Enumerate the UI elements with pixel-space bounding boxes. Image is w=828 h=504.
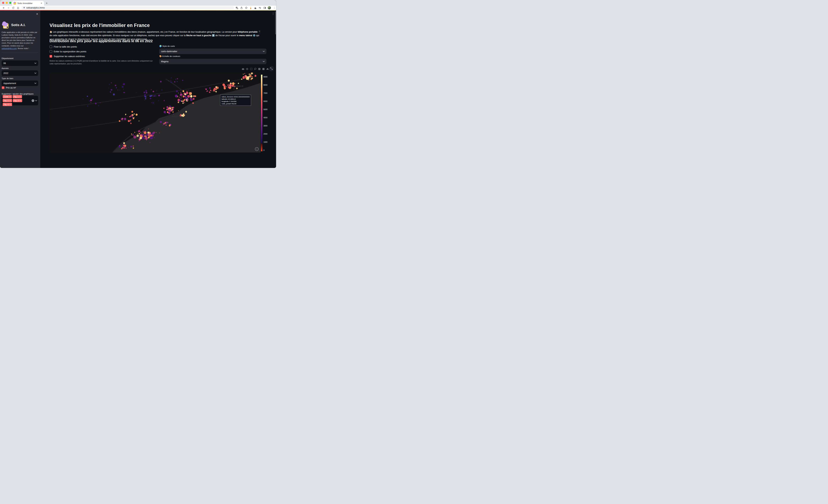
tag-remove-icon[interactable]: ✕ xyxy=(9,96,11,97)
palette-icon: 🎨 xyxy=(159,55,162,57)
type-de-bien-select[interactable]: Appartement xyxy=(2,81,38,86)
scrollbar-thumb[interactable] xyxy=(275,11,276,34)
graph-tag[interactable]: Carte✕ xyxy=(3,95,12,98)
colorbar-tick: 7000 xyxy=(263,92,267,94)
annee-select[interactable]: 2022 xyxy=(2,71,38,76)
annee-label: Aannée xyxy=(2,67,38,70)
media-controls-icon[interactable] xyxy=(258,6,261,9)
echelle-couleurs-select[interactable]: Magma xyxy=(159,59,266,64)
chevron-down-icon xyxy=(34,73,36,74)
scatter-points[interactable] xyxy=(49,73,261,152)
extension-lighthouse-icon[interactable] xyxy=(249,6,252,9)
extensions-puzzle-icon[interactable] xyxy=(254,6,257,9)
colorbar-tick: 4000 xyxy=(263,117,267,119)
bookmark-star-icon[interactable] xyxy=(245,6,248,9)
app-menu-icon[interactable]: ⋮ xyxy=(272,12,275,15)
sidebar-toggle-icon[interactable] xyxy=(263,6,266,9)
info-icon[interactable]: i xyxy=(255,147,259,151)
departement-select[interactable]: 06 xyxy=(2,60,38,66)
forward-icon[interactable] xyxy=(7,6,10,9)
checkbox-icon[interactable]: ✓ xyxy=(2,86,4,89)
fixer-taille-checkbox[interactable]: Fixer la taille des points xyxy=(49,45,77,48)
multiselect-label: Supprimer / ajouter des graphiques xyxy=(2,93,34,95)
note-text: Retirer les valeurs extrêmes (>1.5*IQR) … xyxy=(49,59,156,65)
sidebar-divider xyxy=(2,52,38,53)
sidebar-close-icon[interactable]: ✕ xyxy=(36,12,38,15)
plotly-modebar xyxy=(242,68,273,70)
graph-tag[interactable]: Fig. 2✕ xyxy=(3,99,12,102)
departement-label: Département xyxy=(2,57,38,59)
graphs-multiselect[interactable]: Carte✕Fig. 1✕Fig. 2✕Fig. 3✕Fig. 4✕ ✕ xyxy=(2,96,38,105)
map-tooltip: valeur_fonciere=5333.333333333333latitud… xyxy=(220,95,251,106)
browser-menu-icon[interactable]: ⋮ xyxy=(273,7,276,9)
price-map[interactable]: valeur_fonciere=5333.333333333333latitud… xyxy=(49,73,261,152)
tab-close-icon[interactable]: ✕ xyxy=(40,2,43,4)
colorbar-tick: 6000 xyxy=(263,100,267,102)
style-de-carte-select[interactable]: carto-darkmatter xyxy=(159,49,266,54)
minimize-window-button[interactable] xyxy=(6,2,8,4)
browser-window: Sotis Immobilier ✕ + sotisanalytics.immo… xyxy=(0,0,276,168)
type-de-bien-label: Type de bien xyxy=(2,77,38,80)
page-title: Visualisez les prix de l'immobilier en F… xyxy=(49,23,150,28)
chevron-down-icon xyxy=(34,83,36,84)
echelle-couleurs-label: 🎨 Echelle de couleurs xyxy=(159,55,266,57)
globe-icon: 🌍 xyxy=(159,45,162,47)
zoom-in-icon[interactable] xyxy=(258,68,261,70)
reset-view-icon[interactable] xyxy=(266,68,269,70)
clear-all-icon[interactable]: ✕ xyxy=(32,99,34,102)
close-window-button[interactable] xyxy=(2,2,4,4)
camera-icon[interactable] xyxy=(242,68,244,70)
share-icon[interactable] xyxy=(240,6,243,9)
graph-tag[interactable]: Fig. 1✕ xyxy=(13,95,22,98)
colorbar: 9000800070006000500040003000200010000 xyxy=(261,75,274,152)
colorbar-tick: 1000 xyxy=(263,141,267,143)
prix-au-m2-checkbox[interactable]: ✓ Prix au m² xyxy=(2,86,16,89)
zoom-window-button[interactable] xyxy=(9,2,11,4)
tag-remove-icon[interactable]: ✕ xyxy=(9,103,11,105)
sotisanalytics-link[interactable]: sotisanalytics.com xyxy=(2,47,17,49)
chevron-down-icon xyxy=(34,62,36,64)
profile-avatar[interactable] xyxy=(268,6,271,9)
supprimer-valeurs-checkbox[interactable]: ✓ Supprimer les valeurs extrêmes xyxy=(49,55,85,58)
new-tab-button[interactable]: + xyxy=(46,1,48,5)
browser-tab[interactable]: Sotis Immobilier ✕ xyxy=(12,1,44,6)
pan-icon[interactable] xyxy=(246,68,248,70)
zoom-out-icon[interactable] xyxy=(262,68,265,70)
svg-text:G: G xyxy=(236,7,237,8)
map-label: MONACO xyxy=(233,85,244,87)
tab-favicon-icon xyxy=(13,2,16,5)
section-title: Distribution des prix pour les apparteme… xyxy=(49,39,153,43)
checkbox-icon[interactable]: ✓ xyxy=(49,55,52,58)
translate-icon[interactable]: G xyxy=(236,6,239,9)
reload-icon[interactable] xyxy=(12,6,15,9)
sidebar: ✕ Sotis A.I xyxy=(0,10,40,168)
checkbox-icon[interactable] xyxy=(49,45,52,48)
tag-remove-icon[interactable]: ✕ xyxy=(19,100,21,101)
lasso-select-icon[interactable] xyxy=(254,68,256,70)
app-logo xyxy=(2,21,9,29)
tag-remove-icon[interactable]: ✕ xyxy=(19,96,21,97)
colorbar-tick: 5000 xyxy=(263,108,267,110)
app-name: Sotis A.I. xyxy=(11,23,26,27)
colorbar-tick: 9000 xyxy=(263,76,267,78)
checkbox-icon[interactable] xyxy=(49,50,52,53)
colorbar-tick: 3000 xyxy=(263,125,267,127)
eviter-superposition-checkbox[interactable]: Eviter la superposition des points xyxy=(49,50,86,53)
tag-remove-icon[interactable]: ✕ xyxy=(9,100,11,101)
about-text: Cette application a été pensée et créée … xyxy=(2,31,38,50)
fullscreen-icon[interactable] xyxy=(269,66,274,71)
browser-toolbar: sotisanalytics.immo G ⋮ xyxy=(0,6,276,10)
colorbar-tick: 2000 xyxy=(263,133,267,135)
home-icon[interactable] xyxy=(16,6,19,9)
tab-strip: Sotis Immobilier ✕ + xyxy=(0,0,276,6)
address-bar[interactable]: sotisanalytics.immo xyxy=(21,6,234,10)
graph-tag[interactable]: Fig. 4✕ xyxy=(3,103,12,106)
chevron-down-icon xyxy=(263,51,265,52)
colorbar-tick: 0 xyxy=(263,149,264,151)
window-controls[interactable] xyxy=(2,2,11,4)
streamlit-app: ✕ Sotis A.I xyxy=(0,10,276,168)
chevron-down-icon[interactable] xyxy=(35,100,37,101)
back-icon[interactable] xyxy=(2,6,5,9)
graph-tag[interactable]: Fig. 3✕ xyxy=(13,99,22,102)
box-select-icon[interactable] xyxy=(250,68,252,70)
